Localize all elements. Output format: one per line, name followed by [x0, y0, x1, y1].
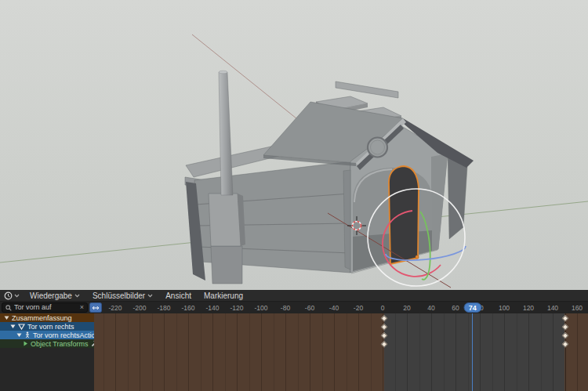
search-input[interactable]: Tor vorn auf ×: [2, 302, 88, 313]
chimney-base-upper: [209, 194, 241, 246]
viewport-canvas[interactable]: [0, 0, 588, 290]
ruler-frame-label: 0: [381, 304, 385, 312]
channel-fcurve-group[interactable]: Object Transforms: [0, 339, 94, 348]
ruler-frame-label: -100: [254, 304, 267, 312]
door-object-selected[interactable]: [389, 166, 419, 264]
frame-range-band: [384, 313, 565, 391]
clock-icon: [4, 291, 13, 300]
menu-label: Wiedergabe: [30, 291, 72, 300]
expand-triangle-icon[interactable]: [16, 332, 22, 338]
current-frame-value: 74: [469, 304, 477, 312]
ruler-frame-label: 60: [452, 304, 459, 312]
ruler-frame-label: -80: [281, 304, 290, 312]
ruler-frame-label: -40: [329, 304, 339, 312]
search-value[interactable]: Tor vorn auf: [14, 303, 78, 312]
timeline-header: WiedergabeSchlüsselbilderAnsichtMarkieru…: [0, 290, 588, 302]
ruler-frame-label: 40: [427, 304, 434, 312]
ruler-frame-label: 100: [499, 304, 510, 312]
playhead-line[interactable]: [472, 313, 474, 391]
ruler-frame-label: -160: [181, 304, 194, 312]
channel-summary[interactable]: Zusammenfassung: [0, 313, 94, 322]
menu-label: Schlüsselbilder: [93, 291, 145, 300]
timeline-filter-row: Tor vorn auf × 74 -220-200-180-160-140-1…: [0, 302, 588, 313]
menu-schlüsselbilder[interactable]: Schlüsselbilder: [86, 290, 159, 301]
ruler-frame-label: 20: [403, 304, 410, 312]
action-icon: [24, 331, 31, 339]
channel-object[interactable]: Tor vorn rechts: [0, 322, 94, 331]
chimney-top: [219, 71, 227, 74]
expand-triangle-icon[interactable]: [10, 324, 16, 329]
chimney-base-lower: [211, 246, 242, 284]
channel-label: Tor vorn rechts: [27, 323, 74, 331]
round-window: [368, 138, 387, 157]
menu-markierung[interactable]: Markierung: [198, 290, 249, 301]
chevron-down-icon: [74, 294, 80, 298]
menu-wiedergabe[interactable]: Wiedergabe: [24, 290, 86, 301]
ruler-frame-label: 160: [572, 304, 583, 312]
arrows-horizontal-icon: [92, 305, 100, 311]
channel-label: Zusammenfassung: [12, 314, 72, 322]
ruler-frame-label: -120: [230, 304, 243, 312]
ruler-frame-label: -140: [205, 304, 219, 312]
menu-ansicht[interactable]: Ansicht: [159, 290, 198, 301]
ruler-frame-label: -220: [108, 304, 122, 312]
collapse-triangle-icon[interactable]: [23, 341, 28, 346]
ruler-frame-label: -20: [354, 304, 363, 312]
ruler-frame-label: 120: [523, 304, 534, 312]
menu-label: Markierung: [204, 291, 243, 300]
clear-search-icon[interactable]: ×: [80, 303, 84, 312]
expand-triangle-icon[interactable]: [4, 315, 9, 320]
object-origin-dot: [416, 255, 419, 259]
ruler-frame-label: 140: [547, 304, 558, 312]
channel-action[interactable]: Tor vorn rechtsAction: [0, 331, 94, 339]
editor-type-button[interactable]: [0, 290, 24, 301]
search-icon: [5, 305, 12, 311]
object-icon: [18, 324, 25, 330]
3d-viewport[interactable]: [0, 0, 588, 290]
timeline-key-area[interactable]: ZusammenfassungTor vorn rechtsTor vorn r…: [0, 313, 588, 391]
channel-label: Object Transforms: [31, 340, 89, 348]
sync-range-toggle[interactable]: [89, 302, 102, 313]
current-frame-badge[interactable]: 74: [463, 302, 481, 313]
channel-label: Tor vorn rechtsAction: [33, 331, 94, 339]
channel-list: ZusammenfassungTor vorn rechtsTor vorn r…: [0, 313, 94, 391]
wrench-icon[interactable]: [91, 340, 94, 347]
chevron-down-icon: [147, 294, 153, 298]
menu-bar: WiedergabeSchlüsselbilderAnsichtMarkieru…: [24, 290, 249, 301]
timeline-editor: WiedergabeSchlüsselbilderAnsichtMarkieru…: [0, 290, 588, 391]
ruler-frame-label: -200: [132, 304, 146, 312]
ruler-frame-label: -60: [305, 304, 314, 312]
blender-window: { "viewport": { "background_top": "#d5d7…: [0, 0, 588, 391]
ruler-frame-label: -180: [157, 304, 170, 312]
chevron-down-icon: [14, 294, 20, 298]
menu-label: Ansicht: [165, 291, 191, 300]
